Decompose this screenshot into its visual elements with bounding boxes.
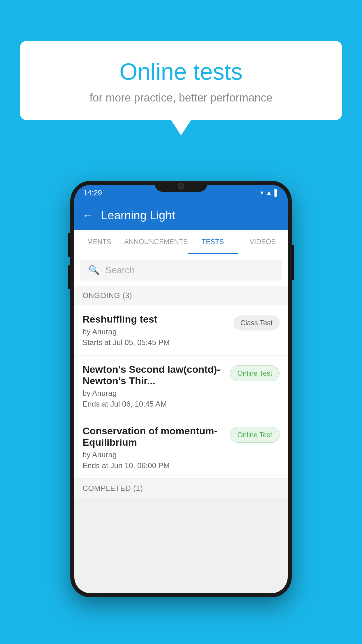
tab-tests[interactable]: TESTS xyxy=(188,230,238,254)
search-box[interactable]: 🔍 Search xyxy=(80,260,282,281)
search-input[interactable]: Search xyxy=(105,265,135,276)
test-time-2: Ends at Jul 06, 10:45 AM xyxy=(82,400,224,409)
search-icon: 🔍 xyxy=(88,265,100,276)
ongoing-section-header: ONGOING (3) xyxy=(74,286,288,305)
phone-wrapper: 14:29 ▾ ▲ ▌ ← Learning Light MENTS ANNOU… xyxy=(70,181,292,597)
test-info-3: Conservation of momentum-Equilibrium by … xyxy=(82,425,224,470)
battery-icon: ▌ xyxy=(274,189,279,197)
app-bar-title: Learning Light xyxy=(101,209,175,222)
speech-bubble: Online tests for more practice, better p… xyxy=(20,41,342,120)
bubble-title: Online tests xyxy=(34,58,328,85)
completed-section-header: COMPLETED (1) xyxy=(74,479,288,498)
status-icons: ▾ ▲ ▌ xyxy=(260,189,279,197)
search-container: 🔍 Search xyxy=(74,254,288,286)
test-badge-1: Class Test xyxy=(233,315,280,330)
test-author-2: by Anurag xyxy=(82,389,224,398)
phone-notch xyxy=(155,181,207,192)
front-camera xyxy=(178,183,184,190)
phone-outer: 14:29 ▾ ▲ ▌ ← Learning Light MENTS ANNOU… xyxy=(70,181,292,597)
tab-announcements[interactable]: ANNOUNCEMENTS xyxy=(124,230,188,254)
wifi-icon: ▾ xyxy=(260,189,263,197)
app-bar: ← Learning Light xyxy=(74,201,288,230)
test-badge-3: Online Test xyxy=(230,427,280,443)
bubble-subtitle: for more practice, better performance xyxy=(34,92,328,104)
signal-icon: ▲ xyxy=(266,189,272,197)
test-item-3[interactable]: Conservation of momentum-Equilibrium by … xyxy=(74,417,288,479)
status-time: 14:29 xyxy=(83,188,102,197)
test-item-2[interactable]: Newton's Second law(contd)-Newton's Thir… xyxy=(74,356,288,417)
test-info-2: Newton's Second law(contd)-Newton's Thir… xyxy=(82,364,224,409)
test-title-1: Reshuffling test xyxy=(82,314,228,325)
back-button[interactable]: ← xyxy=(82,209,93,221)
test-time-1: Starts at Jul 05, 05:45 PM xyxy=(82,338,228,347)
test-item-1[interactable]: Reshuffling test by Anurag Starts at Jul… xyxy=(74,305,288,356)
tab-ments[interactable]: MENTS xyxy=(74,230,124,254)
test-list: Reshuffling test by Anurag Starts at Jul… xyxy=(74,305,288,479)
side-btn-vol-up xyxy=(68,233,70,257)
test-title-2: Newton's Second law(contd)-Newton's Thir… xyxy=(82,364,224,386)
test-badge-2: Online Test xyxy=(230,365,280,381)
tab-videos[interactable]: VIDEOS xyxy=(238,230,288,254)
test-author-1: by Anurag xyxy=(82,327,228,336)
side-btn-power xyxy=(292,245,294,280)
test-time-3: Ends at Jun 10, 06:00 PM xyxy=(82,461,224,470)
test-title-3: Conservation of momentum-Equilibrium xyxy=(82,425,224,448)
test-author-3: by Anurag xyxy=(82,450,224,459)
phone-screen: 14:29 ▾ ▲ ▌ ← Learning Light MENTS ANNOU… xyxy=(74,185,288,593)
tab-bar: MENTS ANNOUNCEMENTS TESTS VIDEOS xyxy=(74,230,288,254)
side-btn-vol-down xyxy=(68,265,70,289)
test-info-1: Reshuffling test by Anurag Starts at Jul… xyxy=(82,314,228,347)
